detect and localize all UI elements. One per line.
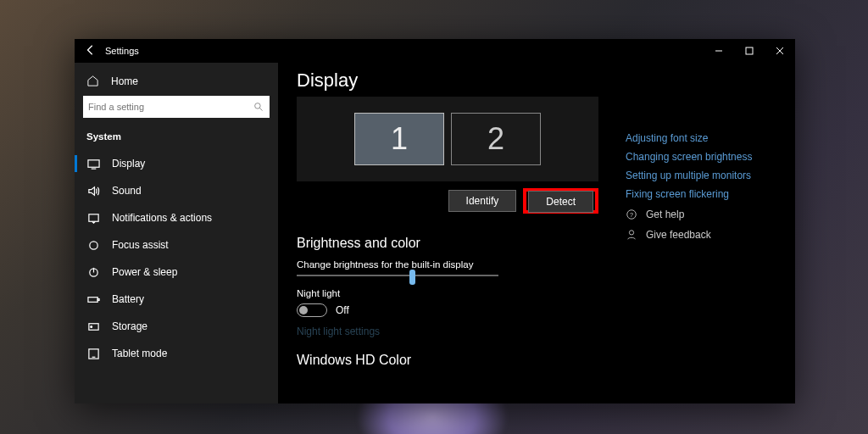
give-feedback-label: Give feedback: [646, 229, 711, 241]
monitor-1[interactable]: 1: [354, 113, 444, 165]
battery-icon: [86, 292, 100, 306]
svg-rect-6: [87, 159, 98, 166]
nightlight-row: Off: [297, 303, 780, 317]
window-body: Home System Display Sound Notifications …: [75, 63, 795, 403]
sidebar: Home System Display Sound Notifications …: [75, 63, 278, 403]
maximize-button[interactable]: [734, 39, 765, 63]
minimize-button[interactable]: [704, 39, 734, 63]
display-icon: [86, 157, 100, 170]
power-icon: [86, 265, 100, 279]
get-help-label: Get help: [646, 209, 684, 220]
search-input[interactable]: [88, 102, 253, 112]
sidebar-item-label: Battery: [112, 293, 144, 305]
svg-line-5: [259, 108, 262, 110]
sidebar-home[interactable]: Home: [75, 70, 278, 96]
help-link-brightness[interactable]: Changing screen brightness: [626, 151, 787, 163]
sidebar-item-battery[interactable]: Battery: [75, 286, 278, 313]
sidebar-item-notifications[interactable]: Notifications & actions: [75, 204, 278, 231]
tablet-icon: [86, 347, 100, 360]
page-title: Display: [297, 70, 780, 92]
nightlight-toggle[interactable]: [297, 303, 327, 317]
help-link-font-size[interactable]: Adjusting font size: [626, 132, 787, 144]
svg-rect-11: [87, 297, 97, 302]
help-icon: ?: [626, 209, 637, 220]
notifications-icon: [86, 211, 100, 225]
give-feedback-link[interactable]: Give feedback: [626, 229, 787, 241]
detect-highlight: Detect: [523, 188, 598, 214]
sidebar-home-label: Home: [111, 75, 138, 87]
get-help-link[interactable]: ? Get help: [626, 209, 787, 220]
hd-color-heading: Windows HD Color: [297, 353, 780, 368]
help-link-monitors[interactable]: Setting up multiple monitors: [626, 170, 787, 181]
sidebar-item-label: Power & sleep: [112, 266, 177, 278]
help-link-flickering[interactable]: Fixing screen flickering: [626, 188, 787, 200]
close-button[interactable]: [765, 39, 795, 63]
svg-rect-12: [97, 298, 99, 300]
svg-point-19: [629, 231, 633, 235]
sidebar-item-storage[interactable]: Storage: [75, 313, 278, 340]
right-column: Have a question? Adjusting font size Cha…: [626, 114, 787, 241]
brightness-label: Change brightness for the built-in displ…: [297, 259, 780, 270]
feedback-icon: [626, 229, 637, 241]
svg-text:?: ?: [630, 212, 633, 218]
monitor-arrangement[interactable]: 1 2: [297, 97, 598, 181]
monitor-2[interactable]: 2: [451, 113, 541, 165]
svg-rect-8: [88, 214, 97, 220]
sidebar-item-label: Tablet mode: [112, 348, 167, 359]
content-area: Display 1 2 Identify Detect Brightness a…: [278, 63, 795, 403]
detect-button[interactable]: Detect: [528, 191, 593, 213]
sidebar-item-label: Display: [112, 158, 145, 170]
home-icon: [86, 75, 99, 87]
toggle-knob: [299, 306, 308, 314]
back-button[interactable]: [85, 44, 105, 58]
sidebar-item-display[interactable]: Display: [75, 150, 278, 177]
settings-window: Settings Home System Display Sou: [75, 39, 795, 403]
sidebar-item-sound[interactable]: Sound: [75, 177, 278, 204]
window-title: Settings: [105, 46, 139, 56]
sidebar-item-label: Focus assist: [112, 239, 169, 251]
titlebar: Settings: [75, 39, 795, 63]
svg-point-4: [255, 103, 261, 108]
svg-point-14: [90, 326, 92, 327]
brightness-slider[interactable]: [297, 275, 498, 276]
sidebar-item-label: Sound: [112, 185, 142, 197]
monitor-actions-row: Identify Detect: [297, 181, 598, 220]
identify-button[interactable]: Identify: [448, 190, 517, 212]
sidebar-item-power-sleep[interactable]: Power & sleep: [75, 259, 278, 286]
search-box[interactable]: [83, 96, 270, 118]
nightlight-settings-link[interactable]: Night light settings: [297, 326, 780, 337]
sound-icon: [86, 184, 100, 198]
sidebar-item-focus-assist[interactable]: Focus assist: [75, 231, 278, 259]
focus-assist-icon: [86, 238, 100, 252]
slider-thumb[interactable]: [409, 270, 415, 285]
search-icon: [253, 102, 264, 113]
nightlight-label: Night light: [297, 288, 780, 298]
sidebar-item-label: Notifications & actions: [112, 212, 212, 224]
svg-rect-1: [746, 47, 753, 54]
window-controls: [704, 39, 795, 63]
storage-icon: [86, 320, 100, 333]
sidebar-section-label: System: [75, 128, 278, 150]
sidebar-item-label: Storage: [112, 320, 147, 332]
nightlight-state: Off: [336, 304, 349, 316]
sidebar-item-tablet-mode[interactable]: Tablet mode: [75, 340, 278, 367]
